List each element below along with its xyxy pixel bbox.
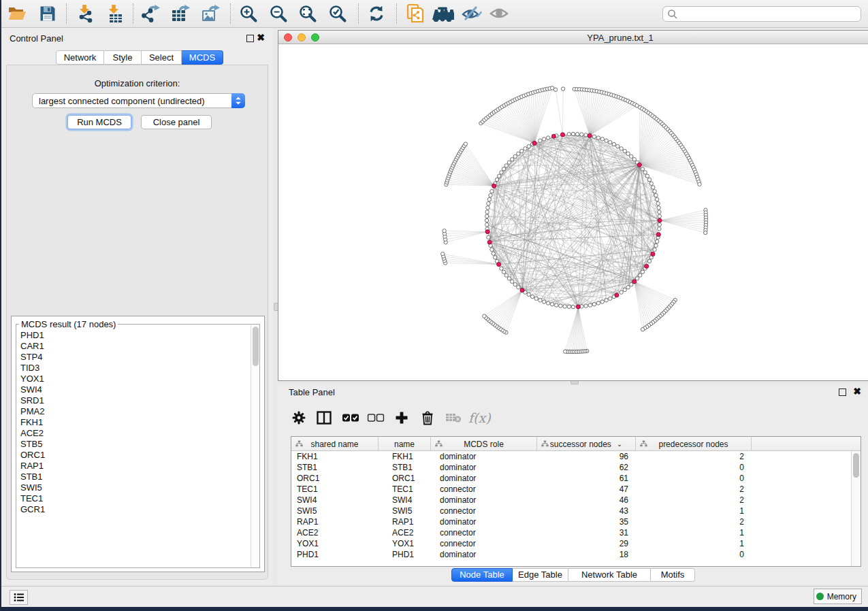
- cell-shared_name[interactable]: STB1: [291, 462, 379, 473]
- cell-successor_nodes[interactable]: 18: [537, 549, 636, 560]
- cell-successor_nodes[interactable]: 61: [537, 473, 636, 484]
- network-canvas[interactable]: [278, 44, 868, 380]
- import-network-button[interactable]: [73, 2, 97, 25]
- table-row[interactable]: RAP1RAP1dominator352: [291, 516, 851, 527]
- tab-mcds[interactable]: MCDS: [182, 50, 223, 65]
- column-header-successor-nodes[interactable]: successor nodes⌄: [537, 437, 636, 451]
- cell-mcds_role[interactable]: connector: [431, 484, 537, 495]
- cell-successor_nodes[interactable]: 62: [537, 462, 636, 473]
- table-row[interactable]: STB1STB1dominator620: [291, 462, 851, 473]
- result-scrollbar-thumb[interactable]: [253, 327, 259, 366]
- cell-shared_name[interactable]: ORC1: [291, 473, 379, 484]
- mcds-result-item[interactable]: PHD1: [17, 330, 250, 341]
- zoom-out-button[interactable]: [266, 2, 291, 25]
- cell-name[interactable]: SWI4: [379, 495, 431, 506]
- mcds-result-item[interactable]: SWI5: [17, 482, 250, 493]
- cell-mcds_role[interactable]: connector: [431, 538, 537, 549]
- open-file-button[interactable]: [5, 2, 29, 25]
- export-network-button[interactable]: [139, 2, 163, 25]
- cell-successor_nodes[interactable]: 31: [537, 527, 636, 538]
- mcds-result-item[interactable]: GCR1: [17, 504, 250, 515]
- mcds-result-item[interactable]: TID3: [17, 363, 250, 374]
- tab-edge-table[interactable]: Edge Table: [513, 568, 568, 582]
- cell-name[interactable]: PHD1: [379, 549, 431, 560]
- show-column-panel-button[interactable]: [313, 407, 335, 429]
- cell-name[interactable]: YOX1: [379, 538, 431, 549]
- create-column-button[interactable]: [391, 407, 413, 429]
- cell-mcds_role[interactable]: dominator: [431, 462, 537, 473]
- cell-successor_nodes[interactable]: 96: [537, 451, 636, 462]
- mcds-result-item[interactable]: STP4: [17, 352, 250, 363]
- cell-shared_name[interactable]: TEC1: [291, 484, 379, 495]
- cell-predecessor_nodes[interactable]: 0: [636, 549, 752, 560]
- column-header-name[interactable]: name: [379, 437, 431, 451]
- cell-predecessor_nodes[interactable]: 2: [636, 495, 752, 506]
- cell-name[interactable]: ORC1: [379, 473, 431, 484]
- table-row[interactable]: YOX1YOX1connector291: [291, 538, 851, 549]
- first-neighbors-button[interactable]: [430, 2, 455, 25]
- cell-mcds_role[interactable]: dominator: [431, 495, 537, 506]
- show-all-button[interactable]: [487, 2, 511, 25]
- cell-predecessor_nodes[interactable]: 1: [636, 506, 752, 516]
- import-table-button[interactable]: [102, 2, 127, 25]
- unselect-all-columns-button[interactable]: [365, 407, 387, 429]
- cell-successor_nodes[interactable]: 43: [537, 506, 636, 516]
- tab-motifs[interactable]: Motifs: [651, 568, 695, 582]
- cell-name[interactable]: STB1: [379, 462, 431, 473]
- table-row[interactable]: FKH1FKH1dominator962: [291, 451, 851, 462]
- optimization-criterion-dropdown[interactable]: largest connected component (undirected): [32, 93, 245, 108]
- result-scrollbar[interactable]: [251, 325, 259, 567]
- cell-successor_nodes[interactable]: 35: [537, 516, 636, 527]
- cell-mcds_role[interactable]: dominator: [431, 451, 537, 462]
- cell-mcds_role[interactable]: connector: [431, 527, 537, 538]
- cell-name[interactable]: SWI5: [379, 506, 431, 516]
- zoom-selected-button[interactable]: [325, 2, 350, 25]
- mcds-result-item[interactable]: PMA2: [17, 406, 250, 417]
- cell-shared_name[interactable]: SWI4: [291, 495, 379, 506]
- table-row[interactable]: TEC1TEC1connector472: [291, 484, 851, 495]
- mcds-result-item[interactable]: CAR1: [17, 341, 250, 352]
- float-table-panel-icon[interactable]: [839, 389, 846, 396]
- table-row[interactable]: SWI5SWI5connector431: [291, 506, 851, 516]
- cell-successor_nodes[interactable]: 29: [537, 538, 636, 549]
- cell-predecessor_nodes[interactable]: 1: [636, 538, 752, 549]
- float-panel-icon[interactable]: [246, 35, 254, 42]
- tab-style[interactable]: Style: [104, 50, 142, 65]
- cell-mcds_role[interactable]: dominator: [431, 549, 537, 560]
- table-scrollbar-thumb[interactable]: [853, 453, 859, 478]
- tab-node-table[interactable]: Node Table: [451, 568, 513, 582]
- tab-select[interactable]: Select: [142, 50, 182, 65]
- cell-shared_name[interactable]: YOX1: [291, 538, 379, 549]
- cell-successor_nodes[interactable]: 47: [537, 484, 636, 495]
- cell-predecessor_nodes[interactable]: 0: [636, 473, 752, 484]
- search-input[interactable]: [678, 7, 861, 21]
- column-header-MCDS-role[interactable]: MCDS role: [431, 437, 537, 451]
- hide-selected-button[interactable]: [460, 2, 484, 25]
- cell-mcds_role[interactable]: dominator: [431, 516, 537, 527]
- table-options-button[interactable]: [288, 407, 310, 429]
- cell-shared_name[interactable]: SWI5: [291, 506, 379, 516]
- delete-column-button[interactable]: [417, 407, 438, 429]
- cell-predecessor_nodes[interactable]: 0: [636, 462, 752, 473]
- cell-shared_name[interactable]: PHD1: [291, 549, 379, 560]
- cell-shared_name[interactable]: FKH1: [291, 451, 379, 462]
- window-minimize-button[interactable]: [298, 33, 306, 42]
- tab-network[interactable]: Network: [56, 50, 104, 65]
- tab-network-table[interactable]: Network Table: [568, 568, 651, 582]
- memory-button[interactable]: Memory: [814, 589, 862, 604]
- table-row[interactable]: ORC1ORC1dominator610: [291, 473, 851, 484]
- window-close-button[interactable]: [284, 33, 292, 42]
- cell-shared_name[interactable]: RAP1: [291, 516, 379, 527]
- mcds-result-item[interactable]: SRD1: [17, 395, 250, 406]
- mcds-result-item[interactable]: STB5: [17, 439, 250, 450]
- clone-network-button[interactable]: [403, 2, 428, 25]
- export-image-button[interactable]: [198, 2, 223, 25]
- cell-name[interactable]: FKH1: [379, 451, 431, 462]
- vertical-splitter[interactable]: [273, 28, 278, 586]
- window-zoom-button[interactable]: [311, 33, 319, 42]
- close-panel-button[interactable]: Close panel: [141, 115, 212, 129]
- mcds-result-item[interactable]: STB1: [17, 472, 250, 482]
- search-field[interactable]: [662, 6, 861, 22]
- export-table-button[interactable]: [168, 2, 193, 25]
- cell-predecessor_nodes[interactable]: 1: [636, 527, 752, 538]
